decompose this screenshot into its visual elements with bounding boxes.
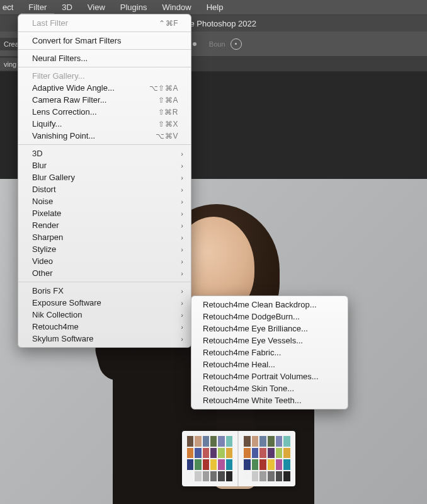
- menu-help[interactable]: Help: [199, 0, 231, 14]
- menu-adaptive-wide-angle[interactable]: Adaptive Wide Angle... ⌥⇧⌘A: [18, 82, 191, 94]
- menu-boris-fx[interactable]: Boris FX›: [18, 285, 191, 297]
- color-swatch: [195, 459, 201, 470]
- menu-blur[interactable]: Blur›: [18, 159, 191, 171]
- menu-retouch4me-dodgeburn[interactable]: Retouch4me DodgeBurn...: [191, 311, 348, 323]
- menu-filter[interactable]: Filter: [21, 0, 54, 14]
- filter-dropdown: Last Filter ⌃⌘F Convert for Smart Filter…: [18, 14, 191, 348]
- color-swatch: [210, 471, 217, 482]
- menu-3d[interactable]: 3D›: [18, 147, 191, 159]
- menu-noise[interactable]: Noise›: [18, 195, 191, 207]
- menu-vanishing-point[interactable]: Vanishing Point... ⌥⌘V: [18, 130, 191, 142]
- menu-convert-smart-filters[interactable]: Convert for Smart Filters: [18, 35, 191, 47]
- color-swatch: [187, 459, 193, 470]
- color-swatch: [283, 471, 290, 482]
- menu-retouch4me-clean-backdrop[interactable]: Retouch4me Clean Backdrop...: [191, 299, 348, 311]
- menu-retouch4me-portrait-volumes[interactable]: Retouch4me Portrait Volumes...: [191, 370, 348, 382]
- color-swatch: [218, 459, 224, 470]
- color-swatch: [226, 448, 232, 459]
- color-swatch: [252, 459, 259, 470]
- chevron-right-icon: ›: [181, 222, 183, 229]
- menu-retouch4me-skin-tone[interactable]: Retouch4me Skin Tone...: [191, 382, 348, 394]
- color-swatch: [203, 459, 209, 470]
- color-swatch: [210, 448, 217, 459]
- color-swatch: [226, 459, 232, 470]
- chevron-right-icon: ›: [181, 335, 183, 343]
- retouch4me-submenu: Retouch4me Clean Backdrop...Retouch4me D…: [191, 295, 348, 410]
- menu-pixelate[interactable]: Pixelate›: [18, 207, 191, 219]
- menu-view[interactable]: View: [80, 0, 113, 14]
- chevron-right-icon: ›: [181, 311, 183, 319]
- color-swatch: [210, 436, 217, 447]
- color-swatch: [187, 448, 193, 459]
- option-bound-trunc: Boun: [209, 40, 225, 48]
- color-swatch: [252, 471, 259, 482]
- chevron-right-icon: ›: [181, 234, 183, 241]
- menu-window[interactable]: Window: [154, 0, 198, 14]
- menubar: ect Filter 3D View Plugins Window Help: [0, 0, 427, 15]
- menu-retouch4me-heal[interactable]: Retouch4me Heal...: [191, 358, 348, 370]
- menu-render[interactable]: Render›: [18, 219, 191, 231]
- color-swatch: [244, 448, 251, 459]
- chevron-right-icon: ›: [181, 174, 183, 181]
- color-swatch: [252, 436, 259, 447]
- color-swatch: [283, 448, 290, 459]
- menu-blur-gallery[interactable]: Blur Gallery›: [18, 171, 191, 183]
- color-swatch: [195, 448, 201, 459]
- menu-retouch4me-eye-vessels[interactable]: Retouch4me Eye Vessels...: [191, 335, 348, 346]
- color-swatch: [283, 459, 290, 470]
- menu-retouch4me-eye-brilliance[interactable]: Retouch4me Eye Brilliance...: [191, 323, 348, 335]
- color-swatch: [276, 448, 283, 459]
- chevron-right-icon: ›: [181, 299, 183, 307]
- menu-neural-filters[interactable]: Neural Filters...: [18, 52, 191, 64]
- chevron-right-icon: ›: [181, 270, 183, 277]
- menu-distort[interactable]: Distort›: [18, 183, 191, 195]
- chevron-right-icon: ›: [181, 210, 183, 217]
- menu-skylum-software[interactable]: Skylum Software›: [18, 333, 191, 345]
- color-swatch: [226, 471, 232, 482]
- menu-other[interactable]: Other›: [18, 267, 191, 279]
- chevron-right-icon: ›: [181, 150, 183, 158]
- color-swatch: [244, 459, 251, 470]
- color-swatch: [195, 436, 201, 447]
- menu-video[interactable]: Video›: [18, 255, 191, 267]
- menu-stylize[interactable]: Stylize›: [18, 243, 191, 255]
- menu-last-filter: Last Filter ⌃⌘F: [18, 17, 191, 29]
- chevron-right-icon: ›: [181, 162, 183, 169]
- menu-retouch4me-fabric[interactable]: Retouch4me Fabric...: [191, 346, 348, 358]
- color-swatch: [276, 471, 283, 482]
- menu-retouch4me[interactable]: Retouch4me›: [18, 321, 191, 333]
- menu-lens-correction[interactable]: Lens Correction... ⇧⌘R: [18, 106, 191, 118]
- menu-retouch4me-white-teeth[interactable]: Retouch4me White Teeth...: [191, 394, 348, 406]
- menu-filter-gallery: Filter Gallery...: [18, 70, 191, 82]
- menu-exposure-software[interactable]: Exposure Software›: [18, 297, 191, 309]
- color-swatch: [218, 436, 224, 447]
- chevron-right-icon: ›: [181, 287, 183, 295]
- color-swatch: [210, 459, 217, 470]
- menu-plugins[interactable]: Plugins: [113, 0, 155, 14]
- menu-sharpen[interactable]: Sharpen›: [18, 231, 191, 243]
- color-swatch: [203, 471, 209, 482]
- option-dot-icon: [193, 42, 196, 46]
- brush-preview-icon[interactable]: [231, 38, 242, 50]
- color-swatch: [268, 448, 275, 459]
- color-swatch: [259, 471, 266, 482]
- color-swatch: [268, 436, 275, 447]
- color-swatch: [195, 471, 201, 482]
- menu-3d[interactable]: 3D: [54, 0, 80, 14]
- color-swatch: [276, 459, 283, 470]
- menu-nik-collection[interactable]: Nik Collection›: [18, 309, 191, 321]
- color-swatch: [218, 471, 224, 482]
- color-swatch: [187, 471, 193, 482]
- menu-liquify[interactable]: Liquify... ⇧⌘X: [18, 118, 191, 130]
- color-swatch: [259, 448, 266, 459]
- color-swatch: [203, 448, 209, 459]
- color-swatch: [259, 459, 266, 470]
- color-swatch: [244, 436, 251, 447]
- color-swatch: [187, 436, 193, 447]
- color-swatch: [252, 448, 259, 459]
- color-swatch: [268, 459, 275, 470]
- menu-camera-raw-filter[interactable]: Camera Raw Filter... ⇧⌘A: [18, 94, 191, 106]
- color-swatch: [226, 436, 232, 447]
- color-swatch: [259, 436, 266, 447]
- menu-select-trunc[interactable]: ect: [0, 0, 21, 14]
